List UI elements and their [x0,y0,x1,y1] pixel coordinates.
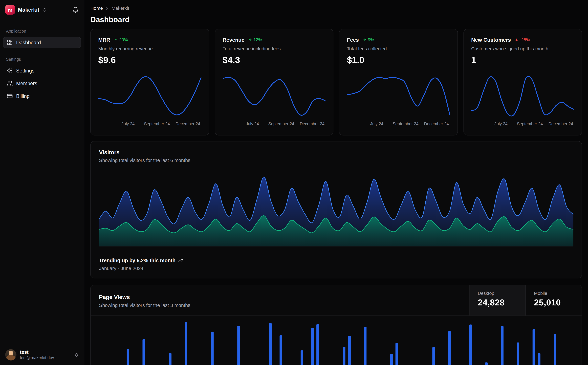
sidebar-item-label: Members [16,80,37,86]
x-tick: July 24 [122,122,135,126]
x-tick: December 24 [424,122,449,126]
stat-card-fees: Fees 9% Total fees collected $1.0 July 2… [339,29,458,135]
trending-up-icon [178,258,183,263]
stat-title: MRR [98,37,110,43]
x-tick: September 24 [144,122,170,126]
main-content: Home Makerkit Dashboard MRR 20% Monthly … [84,0,588,365]
visitors-subtitle: Showing total visitors for the last 6 mo… [99,158,574,163]
stat-subtitle: Customers who signed up this month [471,46,574,51]
x-tick: December 24 [300,122,325,126]
sparkline-x-labels: July 24 September 24 December 24 [223,122,325,127]
mobile-value: 25,010 [534,297,574,308]
revenue-sparkline-chart [223,75,325,117]
trend-value: 9% [368,38,374,42]
sidebar-item-settings[interactable]: Settings [3,65,81,76]
trend-badge: -25% [515,38,530,42]
breadcrumb: Home Makerkit [90,5,582,11]
stat-subtitle: Total revenue including fees [223,46,325,51]
mobile-label: Mobile [534,291,574,296]
user-meta: test test@makerkit.dev [20,349,54,360]
page-views-header: Page Views Showing total visitors for th… [91,285,582,316]
trend-badge: 12% [248,38,262,42]
sparkline-x-labels: July 24 September 24 December 24 [347,122,450,127]
sidebar-section-settings: Settings [0,57,84,62]
visitors-panel: Visitors Showing total visitors for the … [90,141,582,278]
x-tick: July 24 [370,122,383,126]
user-name: test [20,349,54,355]
new-customers-sparkline-chart [471,75,574,117]
user-menu[interactable]: test test@makerkit.dev [0,345,84,365]
page-views-title: Page Views [99,294,461,300]
x-tick: September 24 [268,122,294,126]
arrow-up-icon [114,38,118,42]
chevrons-up-down-icon [74,353,79,357]
gear-icon [7,68,13,73]
trend-badge: 20% [114,38,128,42]
page-views-bar-chart [99,321,574,365]
stat-title: Fees [347,37,359,43]
app-window: m Makerkit Application Dashboard Setting… [0,0,588,365]
stat-cards-row: MRR 20% Monthly recurring revenue $9.6 J… [90,29,582,135]
desktop-label: Desktop [478,291,517,296]
page-views-panel: Page Views Showing total visitors for th… [90,285,582,365]
x-tick: September 24 [517,122,543,126]
chevron-right-icon [105,6,109,10]
x-tick: December 24 [175,122,200,126]
sidebar-item-dashboard[interactable]: Dashboard [3,37,81,48]
trend-value: 20% [119,38,128,42]
bell-icon [72,7,79,13]
stat-card-new-customers: New Customers -25% Customers who signed … [463,29,582,135]
page-views-mobile-toggle[interactable]: Mobile 25,010 [525,285,581,316]
desktop-value: 24,828 [478,297,517,308]
mrr-sparkline-chart [98,75,201,117]
chevrons-up-down-icon [42,7,47,12]
credit-card-icon [7,93,13,99]
stat-title: New Customers [471,37,511,43]
x-tick: December 24 [548,122,573,126]
workspace-name: Makerkit [18,7,39,13]
sidebar-item-label: Billing [16,93,30,99]
users-icon [7,80,13,86]
stat-title: Revenue [223,37,244,43]
visitors-period: January - June 2024 [99,266,574,271]
sparkline-x-labels: July 24 September 24 December 24 [471,122,574,127]
sidebar-item-label: Settings [16,68,35,73]
workspace-switcher[interactable]: m Makerkit [5,5,47,14]
arrow-down-icon [515,38,519,42]
arrow-up-icon [363,38,367,42]
sparkline-x-labels: July 24 September 24 December 24 [98,122,201,127]
sidebar-header: m Makerkit [0,0,84,19]
page-views-desktop-toggle[interactable]: Desktop 24,828 [469,285,525,316]
trend-value: -25% [520,38,530,42]
trend-badge: 9% [363,38,374,42]
workspace-logo-letter: m [8,7,13,13]
stat-card-revenue: Revenue 12% Total revenue including fees… [215,29,333,135]
sidebar-section-application: Application [0,29,84,33]
page-views-subtitle: Showing total visitors for the last 3 mo… [99,302,461,308]
sidebar: m Makerkit Application Dashboard Setting… [0,0,84,365]
sidebar-item-label: Dashboard [16,40,41,45]
workspace-logo: m [5,5,15,14]
visitors-title: Visitors [99,149,574,155]
stat-value: $9.6 [98,55,201,65]
arrow-up-icon [248,38,252,42]
user-avatar [5,349,17,360]
fees-sparkline-chart [347,75,450,117]
breadcrumb-home-link[interactable]: Home [90,5,103,11]
stat-subtitle: Total fees collected [347,46,450,51]
x-tick: September 24 [393,122,419,126]
stat-card-mrr: MRR 20% Monthly recurring revenue $9.6 J… [90,29,209,135]
visitors-area-chart [99,173,574,246]
trend-value: 12% [253,38,262,42]
sidebar-item-members[interactable]: Members [3,77,81,89]
visitors-footer: Trending up by 5.2% this month January -… [99,258,574,271]
notifications-button[interactable] [72,7,79,13]
x-tick: July 24 [246,122,259,126]
layout-dashboard-icon [7,39,13,45]
visitors-trend-text: Trending up by 5.2% this month [99,258,176,263]
stat-value: $1.0 [347,55,450,65]
breadcrumb-current: Makerkit [111,5,129,11]
stat-value: 1 [471,55,574,65]
sidebar-item-billing[interactable]: Billing [3,90,81,102]
stat-subtitle: Monthly recurring revenue [98,46,201,51]
